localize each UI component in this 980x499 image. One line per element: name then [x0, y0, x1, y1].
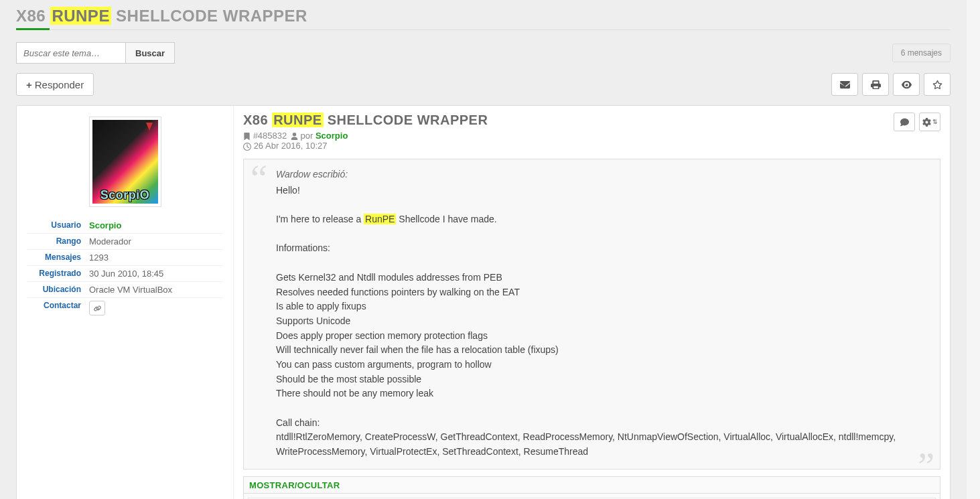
label-user: Usuario: [27, 220, 89, 230]
quote-citation: Wardow escribió:: [276, 167, 926, 182]
reply-button[interactable]: + Responder: [16, 73, 94, 96]
post-date: 26 Abr 2016, 10:27: [254, 141, 328, 151]
comment-icon: [900, 118, 909, 127]
print-icon: [871, 80, 881, 90]
value-joined: 30 Jun 2010, 18:45: [89, 269, 163, 279]
post-id[interactable]: #485832: [253, 131, 287, 141]
print-button[interactable]: [862, 73, 889, 96]
envelope-icon: [840, 80, 850, 90]
post-title[interactable]: X86 RUNPE Shellcode Wrapper: [243, 113, 488, 128]
quote-block: Wardow escribió: Hello! I'm here to rele…: [243, 159, 940, 470]
post-tools-button[interactable]: ⇅: [919, 113, 940, 131]
profile-row-contact: Contactar: [27, 298, 222, 318]
plus-icon: +: [26, 79, 32, 90]
value-rank: Moderador: [89, 236, 131, 246]
message-count: 6 mensajes: [892, 44, 951, 62]
label-posts: Mensajes: [27, 253, 89, 263]
user-icon: [291, 133, 298, 140]
search-button[interactable]: Buscar: [126, 42, 175, 64]
profile-row-posts: Mensajes 1293: [27, 250, 222, 266]
avatar[interactable]: ScorpiO: [89, 117, 161, 207]
subscribe-button[interactable]: [893, 73, 920, 96]
eye-icon: [902, 80, 912, 90]
sort-icon: ⇅: [932, 119, 938, 125]
bookmark-button[interactable]: [924, 73, 951, 96]
post-author-link[interactable]: Scorpio: [316, 131, 348, 141]
search-input[interactable]: [16, 42, 126, 64]
profile-row-joined: Registrado 30 Jun 2010, 18:45: [27, 266, 222, 282]
profile-row-location: Ubicación Oracle VM VirtualBox: [27, 282, 222, 298]
profile-row-rank: Rango Moderador: [27, 234, 222, 250]
spoiler-toggle[interactable]: MOSTRAR/OCULTAR: [249, 480, 340, 490]
bookmark-icon: [243, 133, 251, 140]
post-meta: #485832 por Scorpio 26 Abr 2016, 10:27: [243, 131, 488, 151]
value-location: Oracle VM VirtualBox: [89, 285, 172, 295]
email-button[interactable]: [831, 73, 858, 96]
label-contact: Contactar: [27, 301, 89, 315]
page-title: X86 RUNPE SHELLCODE WRAPPER: [16, 7, 307, 29]
post-card: ScorpiO Usuario Scorpio Rango Moderador …: [16, 105, 951, 499]
clock-icon: [243, 143, 251, 151]
quote-button[interactable]: [894, 113, 915, 131]
label-rank: Rango: [27, 236, 89, 246]
profile-row-user: Usuario Scorpio: [27, 218, 222, 234]
label-location: Ubicación: [27, 285, 89, 295]
link-icon: [94, 305, 101, 312]
label-joined: Registrado: [27, 269, 89, 279]
value-posts: 1293: [89, 253, 109, 263]
spoiler-block: MOSTRAR/OCULTAR: [243, 476, 940, 499]
author-sidebar: ScorpiO Usuario Scorpio Rango Moderador …: [17, 106, 234, 499]
post-body: X86 RUNPE Shellcode Wrapper #485832 por …: [234, 106, 950, 499]
author-link[interactable]: Scorpio: [89, 220, 121, 230]
contact-link-button[interactable]: [89, 301, 105, 315]
star-icon: [932, 80, 942, 90]
gear-icon: [922, 118, 931, 127]
ribbon-icon: [146, 123, 153, 131]
search-group: Buscar: [16, 42, 175, 64]
